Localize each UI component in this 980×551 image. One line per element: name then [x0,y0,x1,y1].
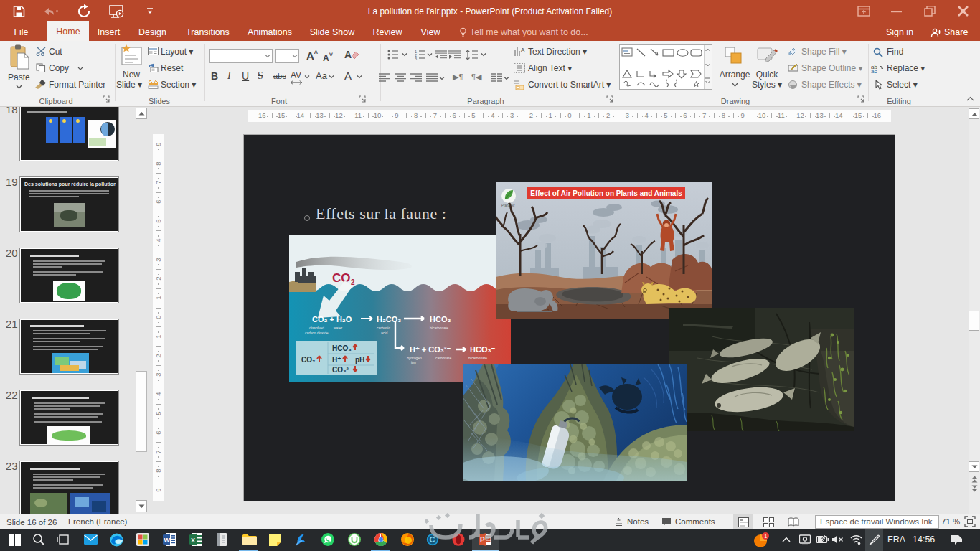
svg-text:W: W [164,537,171,544]
svg-text:ac: ac [871,68,877,73]
svg-text:H₂CO₃: H₂CO₃ [377,315,401,324]
svg-text:2: 2 [351,278,355,286]
svg-text:water: water [334,326,343,330]
svg-text:1: 1 [764,533,767,540]
svg-text:CO₂: CO₂ [301,356,315,364]
svg-text:CO₂ + H₂O: CO₂ + H₂O [312,315,352,324]
svg-text:Prana Air: Prana Air [501,204,515,207]
svg-text:H⁺ + CO₃²⁻: H⁺ + CO₃²⁻ [410,345,451,354]
svg-text:3: 3 [415,57,417,60]
svg-text:A: A [344,49,352,60]
svg-text:HCO₃⁻: HCO₃⁻ [470,345,496,354]
svg-text:bicarbonate: bicarbonate [430,326,448,330]
svg-text:carbonate: carbonate [435,356,451,360]
svg-text:H⁺: H⁺ [332,356,341,364]
svg-text:acid: acid [381,331,387,335]
svg-text:Effect of Air Pollution on Pla: Effect of Air Pollution on Plants and An… [530,189,682,197]
svg-text:dissolved: dissolved [309,326,324,330]
svg-text:X: X [191,537,195,544]
svg-text:CO₃²: CO₃² [332,366,349,374]
svg-text:ion: ion [411,360,416,364]
svg-text:A: A [521,47,525,53]
svg-text:HCO₃: HCO₃ [430,315,451,324]
svg-text:carbonic: carbonic [377,326,390,330]
svg-text:HCO₃: HCO₃ [332,344,352,352]
svg-text:pH: pH [355,356,364,364]
svg-text:bicarbonate: bicarbonate [468,356,487,360]
svg-text:carbon dioxide: carbon dioxide [305,331,329,335]
